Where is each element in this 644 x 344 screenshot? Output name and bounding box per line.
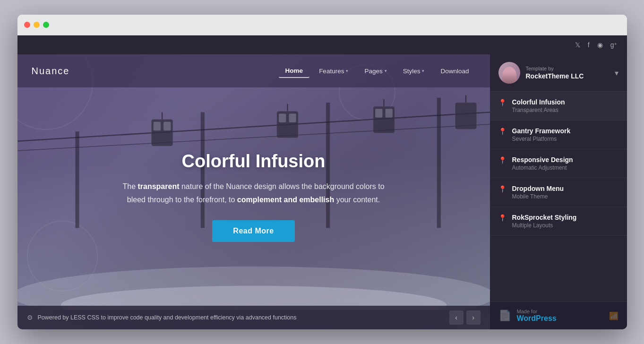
- sidebar-item-content-3: Responsive Design Automatic Adjustment: [512, 156, 573, 171]
- sidebar-item-subtitle-1: Transparent Areas: [512, 107, 565, 113]
- sidebar-item-title-5: RokSprocket Styling: [512, 214, 577, 221]
- website-wrapper: Nuance Home Features ▾ Pages ▾ Styles: [17, 54, 627, 329]
- read-more-button[interactable]: Read More: [212, 220, 294, 242]
- sidebar-footer: 📄 Made for WordPress 📶: [490, 301, 627, 329]
- sidebar-item-colorful-infusion[interactable]: 📍 Colorful Infusion Transparent Areas: [490, 92, 627, 120]
- sidebar-item-title-1: Colorful Infusion: [512, 98, 565, 106]
- avatar: [498, 62, 520, 84]
- sidebar-item-responsive-design[interactable]: 📍 Responsive Design Automatic Adjustment: [490, 149, 627, 178]
- maximize-button[interactable]: [43, 22, 49, 28]
- sidebar-item-content-1: Colorful Infusion Transparent Areas: [512, 98, 565, 113]
- sidebar-header-text: Template by RocketTheme LLC: [526, 66, 615, 80]
- browser-titlebar: [17, 15, 627, 35]
- sidebar-collapse-button[interactable]: ▾: [615, 69, 618, 77]
- footer-bar: ⚙ Powered by LESS CSS to improve code qu…: [17, 306, 490, 329]
- browser-toolbar: 𝕏 f ◉ g⁺: [17, 35, 627, 54]
- sidebar-items: 📍 Colorful Infusion Transparent Areas 📍 …: [490, 92, 627, 301]
- sidebar-footer-label: Made for: [517, 309, 557, 314]
- sidebar-item-subtitle-2: Several Platforms: [512, 136, 571, 142]
- hero-section: Colorful Infusion The transparent nature…: [17, 87, 490, 306]
- nav-item-download[interactable]: Download: [434, 65, 475, 77]
- facebook-icon[interactable]: f: [588, 41, 590, 49]
- main-content: Nuance Home Features ▾ Pages ▾ Styles: [17, 54, 490, 329]
- nav-bar: Nuance Home Features ▾ Pages ▾ Styles: [17, 54, 490, 87]
- twitter-icon[interactable]: 𝕏: [575, 41, 580, 49]
- sidebar-header: Template by RocketTheme LLC ▾: [490, 54, 627, 92]
- hero-description: The transparent nature of the Nuance des…: [121, 180, 386, 206]
- location-pin-icon-5: 📍: [498, 214, 507, 222]
- styles-chevron-icon: ▾: [422, 69, 424, 73]
- sidebar-item-subtitle-4: Mobile Theme: [512, 193, 564, 200]
- rss-icon[interactable]: ◉: [597, 41, 603, 49]
- bars-chart-icon: 📶: [609, 311, 618, 320]
- hero-desc-part3: your content.: [334, 196, 380, 204]
- pages-chevron-icon: ▾: [385, 69, 387, 73]
- hero-title: Colorful Infusion: [182, 151, 326, 172]
- gear-icon: ⚙: [27, 314, 33, 321]
- features-chevron-icon: ▾: [346, 69, 348, 73]
- googleplus-icon[interactable]: g⁺: [610, 41, 618, 49]
- sidebar-item-subtitle-3: Automatic Adjustment: [512, 164, 573, 171]
- sidebar-header-title: RocketTheme LLC: [526, 72, 615, 80]
- sidebar-item-content-2: Gantry Framework Several Platforms: [512, 127, 571, 142]
- location-pin-icon-4: 📍: [498, 185, 507, 193]
- nav-links: Home Features ▾ Pages ▾ Styles ▾: [279, 64, 476, 78]
- avatar-silhouette: [502, 67, 516, 84]
- prev-button[interactable]: ‹: [449, 310, 464, 325]
- location-pin-icon-2: 📍: [498, 128, 507, 135]
- minimize-button[interactable]: [34, 22, 40, 28]
- sidebar-item-content-5: RokSprocket Styling Multiple Layouts: [512, 214, 577, 229]
- nav-item-styles[interactable]: Styles ▾: [396, 65, 431, 77]
- sidebar-item-content-4: Dropdown Menu Mobile Theme: [512, 185, 564, 200]
- sidebar-item-title-4: Dropdown Menu: [512, 185, 564, 192]
- hero-desc-part1: The: [122, 182, 137, 190]
- site-logo: Nuance: [32, 66, 70, 77]
- traffic-lights: [24, 22, 49, 28]
- sidebar-item-subtitle-5: Multiple Layouts: [512, 222, 577, 229]
- close-button[interactable]: [24, 22, 30, 28]
- nav-item-pages[interactable]: Pages ▾: [358, 65, 393, 77]
- sidebar-item-title-2: Gantry Framework: [512, 127, 571, 135]
- sidebar-footer-text: Made for WordPress: [517, 309, 557, 323]
- sidebar-item-dropdown-menu[interactable]: 📍 Dropdown Menu Mobile Theme: [490, 178, 627, 207]
- location-pin-icon-1: 📍: [498, 99, 507, 106]
- hero-desc-bold2: complement and embellish: [237, 196, 334, 204]
- location-pin-icon-3: 📍: [498, 156, 507, 164]
- document-icon: 📄: [498, 310, 511, 322]
- sidebar-header-subtitle: Template by: [526, 66, 615, 71]
- hero-desc-bold1: transparent: [137, 182, 179, 190]
- footer-text: Powered by LESS CSS to improve code qual…: [38, 314, 445, 321]
- browser-window: 𝕏 f ◉ g⁺: [17, 15, 627, 329]
- sidebar-item-roksprocket[interactable]: 📍 RokSprocket Styling Multiple Layouts: [490, 207, 627, 236]
- sidebar-item-gantry-framework[interactable]: 📍 Gantry Framework Several Platforms: [490, 120, 627, 149]
- sidebar: Template by RocketTheme LLC ▾ 📍 Colorful…: [490, 54, 627, 329]
- sidebar-item-title-3: Responsive Design: [512, 156, 573, 163]
- sidebar-footer-brand[interactable]: WordPress: [517, 314, 557, 323]
- next-button[interactable]: ›: [466, 310, 481, 325]
- nav-item-home[interactable]: Home: [279, 64, 310, 78]
- nav-item-features[interactable]: Features ▾: [312, 65, 355, 77]
- footer-nav: ‹ ›: [449, 310, 481, 325]
